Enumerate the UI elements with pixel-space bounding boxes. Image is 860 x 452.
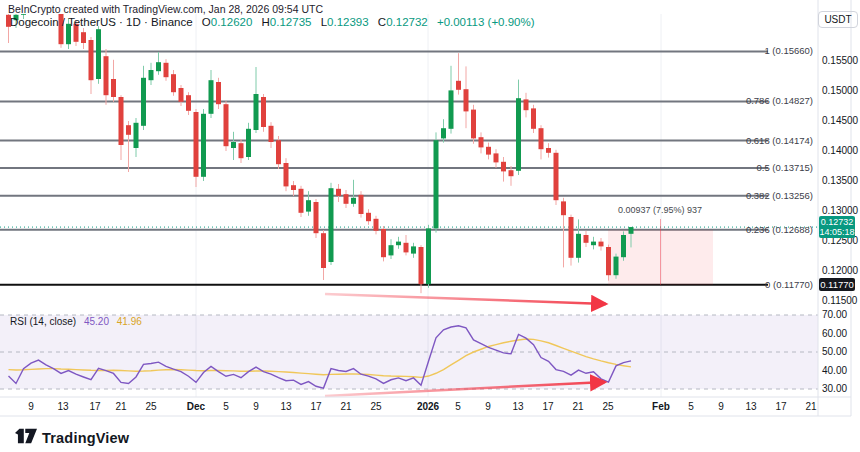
candle-body[interactable] [306, 200, 311, 211]
projection-label: 0.00937 (7.95%) 937 [590, 205, 730, 215]
fib-label: 0.382 (0.13256) [0, 190, 813, 201]
candle-body[interactable] [389, 245, 394, 255]
change-value: +0.00113 (+0.90%) [437, 16, 535, 28]
candle-body[interactable] [171, 74, 176, 92]
price-axis-label: 0.13000 [822, 205, 858, 216]
rsi-axis-label: 60.00 [822, 328, 847, 339]
currency-chip: USDT [818, 11, 858, 28]
candle-body[interactable] [81, 32, 86, 43]
price-axis-label: 0.12000 [822, 265, 858, 276]
current-price-value: 0.12732 [819, 217, 855, 227]
candle-body[interactable] [606, 247, 611, 275]
candle-body[interactable] [576, 234, 581, 258]
candle-body[interactable] [104, 56, 109, 95]
price-trend-arrow[interactable] [325, 294, 606, 304]
current-price-badge: 0.12732 14:05:18 [819, 216, 855, 238]
candle-body[interactable] [404, 243, 409, 253]
time-axis-label: 25 [586, 401, 630, 412]
candle-body[interactable] [149, 70, 154, 80]
candle-body[interactable] [411, 246, 416, 253]
time-axis-label: 21 [789, 401, 833, 412]
rsi-axis-label: 40.00 [822, 365, 847, 376]
candles-group [6, 0, 634, 293]
candle-body[interactable] [546, 148, 551, 153]
price-axis-label: 0.14000 [822, 145, 858, 156]
price-axis-label: 0.15500 [822, 55, 858, 66]
high-value: 0.12735 [270, 16, 312, 28]
low-value: 0.12393 [327, 16, 369, 28]
fib-label: 0.786 (0.14827) [0, 95, 813, 106]
rsi-value: 45.20 [84, 316, 109, 327]
candle-body[interactable] [494, 153, 499, 162]
candle-body[interactable] [591, 242, 596, 246]
candle-body[interactable] [51, 0, 56, 6]
bar-countdown: 14:05:18 [819, 227, 855, 237]
zero-level-badge: 0.11770 [819, 278, 855, 291]
price-axis-label: 0.15000 [822, 85, 858, 96]
fib-label: 1 (0.15660) [0, 45, 813, 56]
fib-label: 0 (0.11770) [0, 279, 813, 290]
candle-body[interactable] [456, 81, 461, 90]
price-axis-label: 0.13500 [822, 175, 858, 186]
candle-body[interactable] [164, 63, 169, 77]
candle-body[interactable] [366, 213, 371, 221]
tradingview-chart-window: BeInCrypto created with TradingView.com,… [0, 0, 860, 452]
candle-body[interactable] [126, 125, 131, 135]
price-axis-label: 0.11500 [822, 295, 857, 306]
candle-body[interactable] [156, 62, 161, 71]
rsi-title[interactable]: RSI (14, close) [10, 316, 76, 327]
tradingview-attribution[interactable]: TradingView [15, 428, 129, 448]
rsi-axis-label: 30.00 [822, 383, 847, 394]
fib-label: 0.618 (0.14174) [0, 135, 813, 146]
open-value: 0.12620 [211, 16, 253, 28]
tradingview-logo-icon [15, 428, 37, 448]
rsi-axis-label: 50.00 [822, 346, 847, 357]
candle-body[interactable] [426, 228, 431, 284]
time-axis-label: 25 [129, 401, 173, 412]
candle-body[interactable] [561, 201, 566, 215]
candle-body[interactable] [599, 242, 604, 247]
candle-body[interactable] [396, 242, 401, 246]
candle-body[interactable] [321, 233, 326, 268]
price-axis-label: 0.14500 [822, 115, 858, 126]
candle-body[interactable] [621, 235, 626, 257]
candle-body[interactable] [434, 140, 439, 228]
close-value: 0.12732 [386, 16, 428, 28]
close-label: C [378, 16, 386, 28]
tradingview-logo-text: TradingView [42, 430, 129, 446]
rsi-axis-label: 70.00 [822, 309, 847, 320]
rsi-ma-value: 41.96 [117, 316, 142, 327]
candle-body[interactable] [584, 235, 589, 243]
candle-body[interactable] [614, 257, 619, 276]
high-label: H [262, 16, 270, 28]
fib-label: 0.236 (0.12688) [0, 224, 813, 235]
candle-body[interactable] [111, 79, 116, 97]
symbol-title[interactable]: Dogecoin / TetherUS · 1D · Binance [10, 16, 193, 28]
open-label: O [202, 16, 211, 28]
candle-body[interactable] [486, 147, 491, 155]
symbol-bar: Dogecoin / TetherUS · 1D · Binance O0.12… [10, 16, 535, 28]
candle-body[interactable] [531, 108, 536, 128]
fib-label: 0.5 (0.13715) [0, 162, 813, 173]
candle-body[interactable] [21, 2, 26, 15]
rsi-legend: RSI (14, close) 45.20 41.96 [10, 316, 142, 327]
candle-body[interactable] [29, 0, 34, 2]
time-axis-label: 25 [354, 401, 398, 412]
